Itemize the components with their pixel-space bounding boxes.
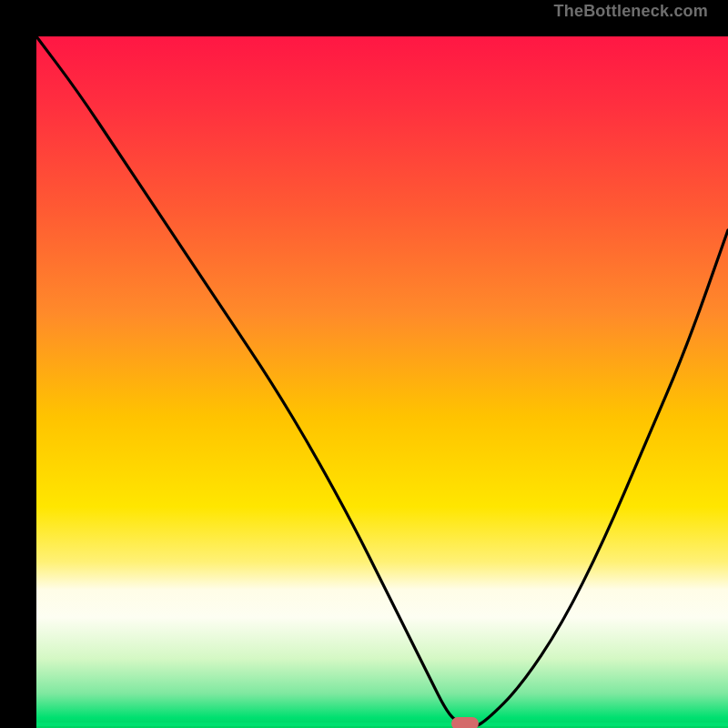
- bottleneck-curve: [36, 36, 728, 728]
- chart-frame: [0, 0, 728, 728]
- plot-area: [36, 36, 728, 728]
- watermark-text: TheBottleneck.com: [554, 2, 708, 21]
- optimal-marker: [451, 717, 479, 728]
